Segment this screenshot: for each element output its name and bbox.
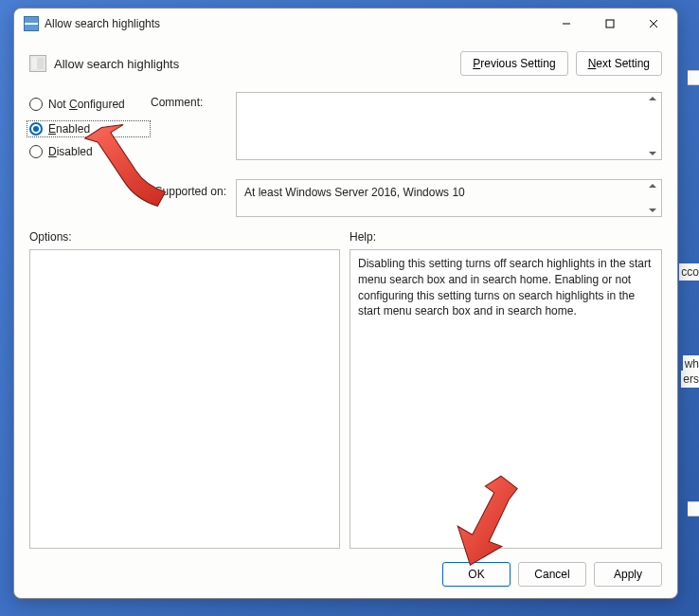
radio-circle-icon [29, 98, 43, 111]
background-window-strip-2 [688, 501, 699, 516]
window-title: Allow search highlights [45, 17, 545, 30]
scroll-indicator [646, 180, 659, 216]
state-radio-group: Not Configured Enabled Disabled [29, 92, 151, 177]
scroll-indicator [646, 93, 659, 159]
cancel-button[interactable]: Cancel [518, 562, 586, 587]
policy-title: Allow search highlights [54, 57, 460, 71]
window-controls [545, 9, 675, 38]
scroll-down-icon [649, 208, 656, 212]
app-icon [24, 16, 39, 31]
radio-disabled[interactable]: Disabled [29, 145, 151, 158]
comment-textarea[interactable] [236, 92, 662, 160]
titlebar: Allow search highlights [14, 9, 677, 39]
supported-on-label: Supported on: [29, 179, 236, 217]
help-panel: Disabling this setting turns off search … [350, 249, 662, 549]
scroll-up-icon [649, 97, 656, 100]
supported-on-value: At least Windows Server 2016, Windows 10 [236, 179, 662, 217]
scroll-up-icon [649, 184, 656, 188]
dialog-buttons: OK Cancel Apply [29, 549, 662, 587]
ok-button[interactable]: OK [442, 562, 511, 587]
apply-button[interactable]: Apply [594, 562, 662, 587]
background-text-3: ers [681, 371, 699, 388]
scroll-down-icon [649, 152, 656, 155]
radio-enabled[interactable]: Enabled [27, 120, 151, 137]
previous-setting-button[interactable]: Previous Setting [460, 51, 567, 76]
radio-circle-icon [29, 145, 43, 158]
radio-label: Not Configured [48, 98, 125, 111]
help-label: Help: [350, 230, 376, 244]
radio-circle-icon [29, 122, 43, 136]
radio-label: Disabled [48, 145, 93, 158]
options-label: Options: [29, 230, 350, 244]
radio-label: Enabled [48, 122, 90, 136]
supported-text: At least Windows Server 2016, Windows 10 [244, 186, 465, 199]
policy-icon [29, 55, 46, 72]
maximize-button[interactable] [588, 9, 632, 38]
background-window-strip [688, 70, 699, 85]
minimize-button[interactable] [545, 9, 588, 38]
options-panel [29, 249, 340, 549]
svg-rect-0 [606, 20, 614, 27]
comment-label: Comment: [151, 92, 236, 160]
next-setting-button[interactable]: Next Setting [576, 51, 662, 76]
header-row: Allow search highlights Previous Setting… [29, 45, 662, 82]
background-text-1: cco [679, 263, 699, 281]
radio-not-configured[interactable]: Not Configured [29, 98, 151, 111]
close-button[interactable] [632, 9, 675, 38]
policy-editor-window: Allow search highlights Allow search hig… [13, 8, 678, 599]
